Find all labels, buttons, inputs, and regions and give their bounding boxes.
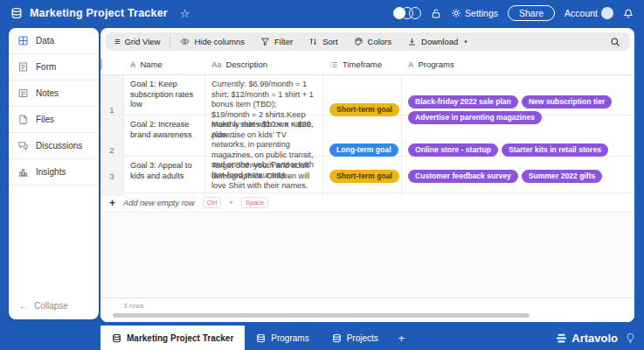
add-table-button[interactable]: +: [390, 326, 414, 350]
artavolo-brand: Artavolo: [556, 332, 618, 345]
grid-view-label: Grid View: [124, 37, 160, 46]
tab-projects[interactable]: Projects: [321, 326, 390, 350]
sidebar-item-notes[interactable]: Notes: [9, 80, 99, 107]
account-label: Account: [564, 8, 598, 18]
download-label: Download: [421, 37, 458, 46]
tab-label: Programs: [271, 333, 308, 343]
grid-column-headers: A Name Aa Description Timeframe A Progra…: [100, 54, 634, 75]
text-field-icon: A: [408, 60, 414, 69]
add-row-label: Add new empty row: [123, 199, 195, 207]
sidebar-item-label: Discussions: [36, 141, 82, 150]
gear-icon: [451, 8, 461, 18]
table-row: 1 Goal 1: Keep subscription rates low Cu…: [100, 75, 634, 116]
eye-icon: [180, 37, 190, 46]
cell-timeframe[interactable]: Short-term goal: [323, 157, 402, 196]
column-label: Description: [226, 60, 268, 69]
table-row: 2 Goal 2: Increase brand awareness Make …: [100, 116, 634, 157]
row-number[interactable]: 3: [100, 157, 124, 196]
hide-columns-button[interactable]: Hide columns: [172, 37, 253, 46]
long-text-field-icon: Aa: [211, 60, 222, 69]
shortcut-key-space: Space: [241, 197, 268, 208]
sidebar-item-insights[interactable]: Insights: [9, 159, 99, 186]
column-header-description[interactable]: Aa Description: [205, 60, 323, 69]
table-row: 3 Goal 3: Appeal to kids and adults Targ…: [100, 157, 634, 193]
column-label: Timeframe: [343, 60, 382, 69]
toolbar-separator: [170, 36, 170, 47]
settings-label: Settings: [465, 8, 498, 18]
column-label: Programs: [419, 60, 454, 69]
sidebar-item-label: Form: [36, 62, 56, 72]
cell-name[interactable]: Goal 3: Appeal to kids and adults: [124, 157, 205, 196]
sort-icon: [308, 37, 318, 46]
collaborators-avatars[interactable]: [393, 7, 421, 19]
program-tag[interactable]: New subscription tier: [522, 95, 612, 108]
program-tag[interactable]: Customer feedback survey: [408, 170, 518, 183]
program-tag[interactable]: Online store - startup: [408, 144, 498, 157]
sort-button[interactable]: Sort: [301, 37, 345, 46]
table-tabs-bar: Marketing Project Tracker Programs Proje…: [0, 326, 644, 350]
cell-description[interactable]: Target both youth and adult demographics…: [205, 157, 323, 196]
timeframe-tag[interactable]: Short-term goal: [329, 103, 399, 116]
sidebar-item-files[interactable]: Files: [9, 107, 99, 133]
tabbar-spacer: [0, 326, 100, 350]
tab-programs[interactable]: Programs: [245, 326, 320, 350]
filter-label: Filter: [274, 37, 293, 46]
cell-programs[interactable]: Customer feedback survey Summer 2022 gif…: [402, 157, 634, 196]
tab-label: Marketing Project Tracker: [127, 333, 233, 343]
favorite-star-icon[interactable]: ☆: [180, 7, 190, 20]
grid-view-button[interactable]: ≡ Grid View: [113, 37, 168, 46]
column-header-timeframe[interactable]: Timeframe: [323, 60, 402, 69]
column-header-name[interactable]: A Name: [124, 60, 205, 69]
select-all-checkbox[interactable]: [100, 59, 102, 70]
sidebar-item-data[interactable]: Data: [9, 28, 99, 54]
list-field-icon: [329, 60, 338, 69]
collapse-label: Collapse: [34, 301, 68, 311]
sidebar-item-label: Data: [36, 36, 54, 46]
sidebar: Data Form Notes Files: [9, 28, 99, 319]
share-button[interactable]: Share: [508, 5, 555, 21]
program-tag[interactable]: Starter kits in retail stores: [502, 144, 608, 157]
collapse-sidebar-button[interactable]: ← Collapse: [9, 292, 99, 319]
page-title: Marketing Project Tracker: [30, 7, 168, 19]
sidebar-item-discussions[interactable]: Discussions: [9, 133, 99, 159]
program-tag[interactable]: Summer 2022 gifts: [522, 170, 602, 183]
plus-icon: +: [109, 197, 115, 209]
add-new-row-button[interactable]: + Add new empty row Ctrl + Space: [100, 193, 634, 213]
app-header: Marketing Project Tracker ☆ Settings Sha…: [0, 0, 644, 26]
colors-button[interactable]: Colors: [346, 37, 399, 46]
timeframe-tag[interactable]: Long-term goal: [329, 144, 398, 157]
download-button[interactable]: Download ▾: [399, 37, 475, 46]
hamburger-icon: ≡: [114, 37, 120, 46]
row-count-label: 3 rows: [100, 302, 634, 310]
sidebar-item-label: Notes: [36, 88, 59, 98]
notes-icon: [17, 88, 29, 99]
column-header-programs[interactable]: A Programs: [402, 60, 634, 69]
settings-button[interactable]: Settings: [451, 8, 498, 18]
sort-label: Sort: [322, 37, 337, 46]
shortcut-key-ctrl: Ctrl: [203, 197, 222, 208]
search-button[interactable]: [610, 37, 622, 47]
text-field-icon: A: [130, 60, 136, 69]
sidebar-item-form[interactable]: Form: [9, 54, 99, 80]
lightbulb-icon[interactable]: [626, 332, 635, 344]
unlock-icon[interactable]: [431, 8, 441, 19]
form-icon: [17, 61, 29, 73]
artavolo-logo-icon: [556, 332, 567, 344]
chevron-down-icon: ▾: [464, 38, 467, 46]
bell-icon[interactable]: [623, 8, 634, 19]
discussions-icon: [17, 140, 29, 151]
timeframe-tag[interactable]: Short-term goal: [329, 170, 399, 183]
palette-icon: [354, 37, 364, 46]
shortcut-plus: +: [229, 199, 233, 206]
account-button[interactable]: Account: [564, 7, 613, 19]
grid-empty-area: [100, 213, 634, 298]
sidebar-item-label: Files: [36, 115, 54, 124]
tab-marketing-project-tracker[interactable]: Marketing Project Tracker: [100, 326, 245, 350]
filter-icon: [260, 37, 270, 46]
brand-name: Artavolo: [571, 332, 618, 345]
program-tag[interactable]: Black-friday 2022 sale plan: [408, 95, 518, 108]
horizontal-scrollbar[interactable]: [113, 313, 530, 318]
main-content: ≡ Grid View Hide columns Filter: [100, 28, 634, 322]
filter-button[interactable]: Filter: [253, 37, 301, 46]
table-icon: [256, 333, 266, 343]
